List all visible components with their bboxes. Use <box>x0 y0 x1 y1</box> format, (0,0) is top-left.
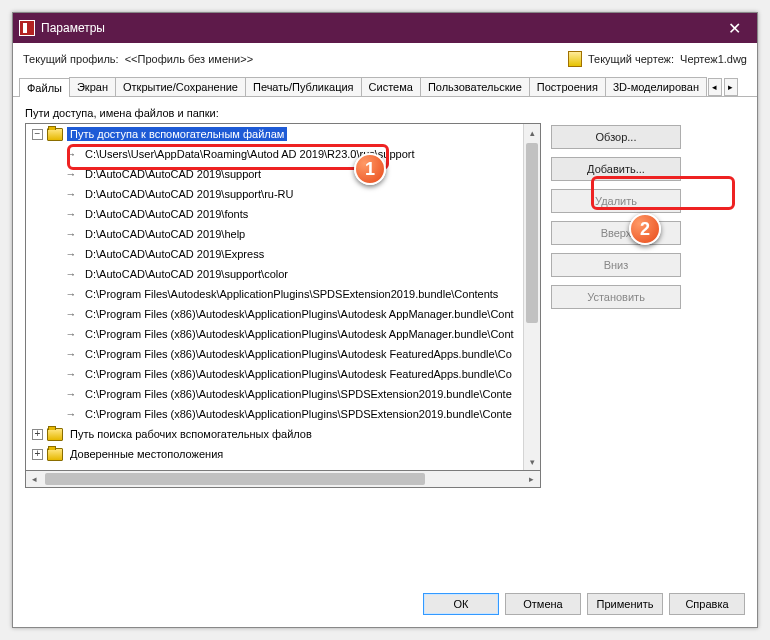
scroll-down-icon[interactable]: ▾ <box>524 453 540 470</box>
browse-button[interactable]: Обзор... <box>551 125 681 149</box>
tab-print-publish[interactable]: Печать/Публикация <box>245 77 362 96</box>
path-arrow-icon: → <box>62 168 80 180</box>
set-button[interactable]: Установить <box>551 285 681 309</box>
path-arrow-icon: → <box>62 348 80 360</box>
horizontal-scrollbar[interactable]: ◂ ▸ <box>25 471 541 488</box>
scroll-thumb[interactable] <box>526 143 538 323</box>
tree-path-item[interactable]: C:\Program Files (x86)\Autodesk\Applicat… <box>82 347 515 361</box>
tab-scroll-left[interactable]: ◂ <box>708 78 722 96</box>
tree-sibling-item[interactable]: Путь поиска рабочих вспомогательных файл… <box>67 427 315 441</box>
path-arrow-icon: → <box>62 288 80 300</box>
add-button[interactable]: Добавить... <box>551 157 681 181</box>
scroll-right-icon[interactable]: ▸ <box>523 471 540 487</box>
path-arrow-icon: → <box>62 408 80 420</box>
tree-path-item[interactable]: C:\Program Files (x86)\Autodesk\Applicat… <box>82 307 517 321</box>
expander-plus-icon[interactable]: + <box>32 429 43 440</box>
scroll-left-icon[interactable]: ◂ <box>26 471 43 487</box>
path-arrow-icon: → <box>62 188 80 200</box>
path-arrow-icon: → <box>62 228 80 240</box>
expander-plus-icon[interactable]: + <box>32 449 43 460</box>
tab-drafting[interactable]: Построения <box>529 77 606 96</box>
expander-minus-icon[interactable]: − <box>32 129 43 140</box>
ok-button[interactable]: ОК <box>423 593 499 615</box>
tree-sibling-item[interactable]: Доверенные местоположения <box>67 447 226 461</box>
tree-path-item[interactable]: D:\AutoCAD\AutoCAD 2019\support\ru-RU <box>82 187 296 201</box>
callout-marker: 1 <box>354 153 386 185</box>
drawing-icon <box>568 51 582 67</box>
scroll-thumb[interactable] <box>45 473 425 485</box>
delete-button[interactable]: Удалить <box>551 189 681 213</box>
cancel-button[interactable]: Отмена <box>505 593 581 615</box>
tab-screen[interactable]: Экран <box>69 77 116 96</box>
scroll-up-icon[interactable]: ▴ <box>524 124 540 141</box>
tab-scroll-right[interactable]: ▸ <box>724 78 738 96</box>
path-arrow-icon: → <box>62 148 80 160</box>
app-logo-icon <box>19 20 35 36</box>
path-arrow-icon: → <box>62 268 80 280</box>
down-button[interactable]: Вниз <box>551 253 681 277</box>
path-arrow-icon: → <box>62 308 80 320</box>
tree-view[interactable]: − Путь доступа к вспомогательным файлам … <box>25 123 541 471</box>
tree-root-label[interactable]: Путь доступа к вспомогательным файлам <box>67 127 287 141</box>
folder-icon <box>47 448 63 461</box>
path-arrow-icon: → <box>62 208 80 220</box>
tab-3d[interactable]: 3D-моделирован <box>605 77 707 96</box>
current-drawing-label: Текущий чертеж: <box>588 53 674 65</box>
tree-path-item[interactable]: C:\Program Files (x86)\Autodesk\Applicat… <box>82 367 515 381</box>
tree-path-item[interactable]: C:\Program Files\Autodesk\ApplicationPlu… <box>82 287 501 301</box>
tab-system[interactable]: Система <box>361 77 421 96</box>
close-button[interactable]: ✕ <box>711 13 757 43</box>
tabs-row: Файлы Экран Открытие/Сохранение Печать/П… <box>13 71 757 97</box>
tree-path-item[interactable]: D:\AutoCAD\AutoCAD 2019\support <box>82 167 264 181</box>
tree-path-item[interactable]: C:\Program Files (x86)\Autodesk\Applicat… <box>82 327 517 341</box>
path-arrow-icon: → <box>62 388 80 400</box>
tree-path-item[interactable]: C:\Program Files (x86)\Autodesk\Applicat… <box>82 387 515 401</box>
tree-path-item[interactable]: D:\AutoCAD\AutoCAD 2019\Express <box>82 247 267 261</box>
tree-caption: Пути доступа, имена файлов и папки: <box>25 107 745 119</box>
vertical-scrollbar[interactable]: ▴ ▾ <box>523 124 540 470</box>
help-button[interactable]: Справка <box>669 593 745 615</box>
callout-marker: 2 <box>629 213 661 245</box>
path-arrow-icon: → <box>62 328 80 340</box>
tab-files[interactable]: Файлы <box>19 78 70 97</box>
current-profile-value: <<Профиль без имени>> <box>125 53 253 65</box>
up-button[interactable]: Вверх <box>551 221 681 245</box>
tree-path-item[interactable]: D:\AutoCAD\AutoCAD 2019\help <box>82 227 248 241</box>
tree-path-item[interactable]: C:\Program Files (x86)\Autodesk\Applicat… <box>82 407 515 421</box>
titlebar: Параметры ✕ <box>13 13 757 43</box>
path-arrow-icon: → <box>62 248 80 260</box>
current-drawing-value: Чертеж1.dwg <box>680 53 747 65</box>
path-arrow-icon: → <box>62 368 80 380</box>
window-title: Параметры <box>41 21 105 35</box>
profile-row: Текущий профиль: <<Профиль без имени>> Т… <box>13 43 757 71</box>
apply-button[interactable]: Применить <box>587 593 663 615</box>
tab-user[interactable]: Пользовательские <box>420 77 530 96</box>
tab-open-save[interactable]: Открытие/Сохранение <box>115 77 246 96</box>
tree-path-item[interactable]: D:\AutoCAD\AutoCAD 2019\fonts <box>82 207 251 221</box>
tree-path-item[interactable]: D:\AutoCAD\AutoCAD 2019\support\color <box>82 267 291 281</box>
folder-icon <box>47 428 63 441</box>
current-profile-label: Текущий профиль: <box>23 53 119 65</box>
folder-icon <box>47 128 63 141</box>
